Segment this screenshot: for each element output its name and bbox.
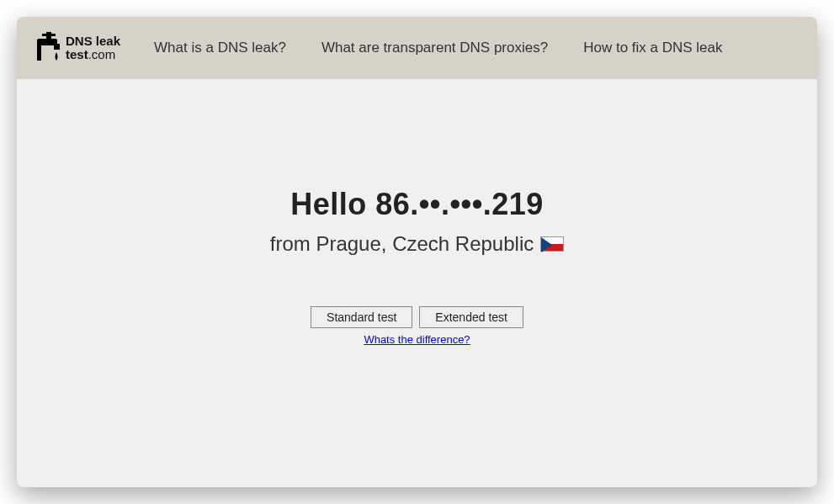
logo-text: DNS leak test.com xyxy=(66,34,120,62)
svg-rect-1 xyxy=(42,34,56,36)
site-logo[interactable]: DNS leak test.com xyxy=(37,32,120,64)
main-content: Hello 86.••.•••.219 from Prague, Czech R… xyxy=(17,79,817,487)
header-bar: DNS leak test.com What is a DNS leak? Wh… xyxy=(17,17,817,79)
faucet-icon xyxy=(37,32,61,64)
logo-line2: test.com xyxy=(66,48,120,62)
app-window: DNS leak test.com What is a DNS leak? Wh… xyxy=(17,17,817,487)
hello-prefix: Hello xyxy=(290,187,375,221)
svg-rect-3 xyxy=(46,36,51,40)
svg-rect-4 xyxy=(54,44,60,50)
from-prefix: from xyxy=(270,232,316,255)
whats-the-difference-link[interactable]: Whats the difference? xyxy=(364,333,470,346)
czech-flag-icon xyxy=(540,236,564,252)
location-line: from Prague, Czech Republic xyxy=(270,232,564,256)
ip-address: 86.••.•••.219 xyxy=(375,187,544,221)
nav-how-to-fix[interactable]: How to fix a DNS leak xyxy=(583,40,722,56)
main-nav: What is a DNS leak? What are transparent… xyxy=(154,40,722,56)
extended-test-button[interactable]: Extended test xyxy=(419,306,523,328)
standard-test-button[interactable]: Standard test xyxy=(311,306,412,328)
test-buttons: Standard test Extended test xyxy=(311,306,523,328)
location-text: Prague, Czech Republic xyxy=(316,232,534,255)
logo-line1: DNS leak xyxy=(66,34,120,49)
svg-rect-5 xyxy=(37,44,41,61)
hello-ip-heading: Hello 86.••.•••.219 xyxy=(290,187,544,222)
nav-what-is-dns-leak[interactable]: What is a DNS leak? xyxy=(154,40,286,56)
nav-transparent-proxies[interactable]: What are transparent DNS proxies? xyxy=(321,40,548,56)
